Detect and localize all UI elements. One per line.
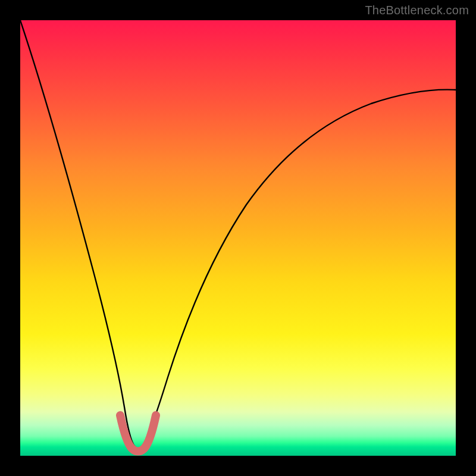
curve-layer xyxy=(20,20,456,456)
plot-area xyxy=(20,20,456,456)
bottleneck-curve-path xyxy=(20,20,456,449)
highlight-valley-path xyxy=(120,415,156,452)
watermark-text: TheBottleneck.com xyxy=(365,4,469,17)
chart-frame: TheBottleneck.com xyxy=(0,0,476,476)
